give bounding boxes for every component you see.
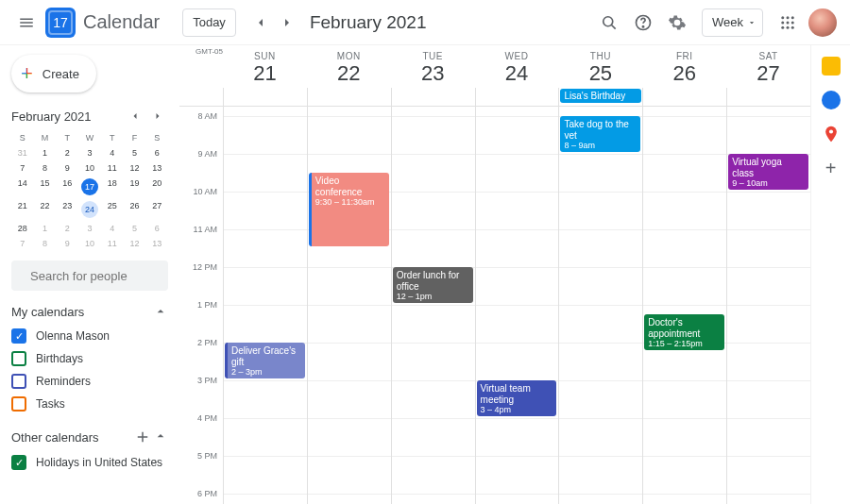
calendar-event[interactable]: Deliver Grace's gift2 – 3pm (225, 343, 305, 378)
mini-day[interactable]: 19 (124, 176, 146, 198)
mini-day[interactable]: 26 (124, 198, 146, 221)
create-button[interactable]: + Create (11, 55, 96, 92)
day-header[interactable]: SAT27 (726, 45, 810, 88)
mini-day[interactable]: 22 (34, 198, 57, 221)
other-calendars-header[interactable]: Other calendars (11, 428, 168, 445)
mini-day[interactable]: 11 (101, 160, 124, 176)
help-icon[interactable] (626, 6, 660, 40)
day-header[interactable]: FRI26 (642, 45, 726, 88)
day-header[interactable]: WED24 (475, 45, 559, 88)
calendar-item[interactable]: Tasks (11, 393, 168, 415)
calendar-item[interactable]: ✓Holidays in United States (11, 451, 168, 474)
mini-day[interactable]: 1 (34, 145, 57, 160)
allday-cell[interactable] (642, 88, 726, 106)
add-addon-icon[interactable]: + (822, 159, 841, 177)
mini-next-month[interactable] (147, 106, 168, 126)
calendar-item[interactable]: Birthdays (11, 347, 168, 370)
mini-day[interactable]: 13 (145, 236, 168, 251)
mini-day[interactable]: 18 (101, 176, 124, 198)
day-column[interactable]: Virtual yoga class9 – 10am (726, 107, 810, 504)
search-people-field[interactable] (11, 260, 168, 291)
mini-day[interactable]: 7 (11, 160, 34, 176)
mini-day[interactable]: 10 (78, 160, 101, 176)
mini-day[interactable]: 9 (56, 160, 78, 176)
search-icon[interactable] (592, 6, 626, 40)
day-column[interactable]: Take dog to the vet8 – 9am (558, 107, 642, 504)
mini-day[interactable]: 15 (34, 176, 57, 198)
mini-day[interactable]: 11 (101, 236, 124, 251)
prev-week-button[interactable] (247, 9, 274, 36)
mini-day[interactable]: 4 (101, 145, 124, 160)
mini-day[interactable]: 6 (145, 221, 168, 236)
calendar-checkbox[interactable] (11, 374, 26, 389)
mini-day[interactable]: 23 (56, 198, 78, 221)
day-header[interactable]: SUN21 (223, 45, 307, 88)
mini-day[interactable]: 17 (78, 176, 101, 198)
mini-day[interactable]: 7 (11, 236, 34, 251)
mini-day[interactable]: 25 (101, 198, 124, 221)
calendar-checkbox[interactable] (11, 351, 26, 366)
mini-day[interactable]: 6 (145, 145, 168, 160)
mini-day[interactable]: 21 (11, 198, 34, 221)
mini-day[interactable]: 31 (11, 145, 34, 160)
calendar-item[interactable]: Reminders (11, 370, 168, 393)
mini-day[interactable]: 10 (78, 236, 101, 251)
allday-event[interactable]: Lisa's Birthday (560, 89, 641, 103)
account-avatar[interactable] (808, 8, 837, 37)
mini-day[interactable]: 5 (124, 145, 146, 160)
calendar-checkbox[interactable]: ✓ (11, 455, 26, 470)
chevron-up-icon[interactable] (153, 428, 168, 444)
allday-cell[interactable] (726, 88, 810, 106)
calendar-event[interactable]: Take dog to the vet8 – 9am (560, 116, 640, 152)
calendar-event[interactable]: Virtual yoga class9 – 10am (728, 154, 808, 190)
mini-day[interactable]: 3 (78, 221, 101, 236)
mini-day[interactable]: 8 (34, 236, 57, 251)
mini-day[interactable]: 24 (78, 198, 101, 221)
day-column[interactable]: Video conference9:30 – 11:30am (307, 107, 391, 504)
calendar-item[interactable]: ✓Olenna Mason (11, 325, 168, 347)
allday-cell[interactable] (223, 88, 307, 106)
view-selector[interactable]: Week (702, 8, 763, 37)
mini-day[interactable]: 2 (56, 221, 78, 236)
main-menu-icon[interactable] (8, 4, 45, 42)
mini-day[interactable]: 12 (124, 160, 146, 176)
search-people-input[interactable] (30, 269, 179, 283)
day-column[interactable]: Order lunch for office12 – 1pm (391, 107, 475, 504)
calendar-event[interactable]: Order lunch for office12 – 1pm (393, 267, 473, 303)
day-column[interactable]: Doctor's appointment1:15 – 2:15pm (642, 107, 726, 504)
keep-icon[interactable] (822, 57, 841, 76)
mini-day[interactable]: 14 (11, 176, 34, 198)
calendar-checkbox[interactable] (11, 396, 26, 412)
today-button[interactable]: Today (182, 8, 236, 37)
mini-prev-month[interactable] (125, 106, 145, 126)
my-calendars-header[interactable]: My calendars (11, 304, 168, 319)
allday-cell[interactable] (475, 88, 559, 106)
day-header[interactable]: THU25 (558, 45, 642, 88)
calendar-checkbox[interactable]: ✓ (11, 328, 26, 344)
day-column[interactable]: Virtual team meeting3 – 4pm (475, 107, 559, 504)
add-calendar-icon[interactable] (134, 428, 151, 445)
mini-day[interactable]: 27 (145, 198, 168, 221)
calendar-event[interactable]: Video conference9:30 – 11:30am (309, 173, 389, 246)
mini-day[interactable]: 2 (56, 145, 78, 160)
mini-day[interactable]: 3 (78, 145, 101, 160)
calendar-event[interactable]: Virtual team meeting3 – 4pm (477, 380, 557, 416)
calendar-event[interactable]: Doctor's appointment1:15 – 2:15pm (644, 314, 724, 350)
next-week-button[interactable] (274, 9, 300, 36)
mini-day[interactable]: 1 (34, 221, 57, 236)
allday-cell[interactable]: Lisa's Birthday (558, 88, 642, 106)
day-column[interactable]: Deliver Grace's gift2 – 3pm (223, 107, 307, 504)
day-header[interactable]: TUE23 (391, 45, 475, 88)
mini-day[interactable]: 13 (145, 160, 168, 176)
mini-day[interactable]: 4 (101, 221, 124, 236)
mini-day[interactable]: 20 (145, 176, 168, 198)
allday-cell[interactable] (391, 88, 475, 106)
mini-day[interactable]: 16 (56, 176, 78, 198)
settings-icon[interactable] (660, 6, 694, 40)
allday-cell[interactable] (307, 88, 391, 106)
tasks-icon[interactable] (822, 91, 841, 109)
maps-icon[interactable] (822, 125, 841, 143)
mini-day[interactable]: 28 (11, 221, 34, 236)
mini-day[interactable]: 9 (56, 236, 78, 251)
mini-day[interactable]: 12 (124, 236, 146, 251)
